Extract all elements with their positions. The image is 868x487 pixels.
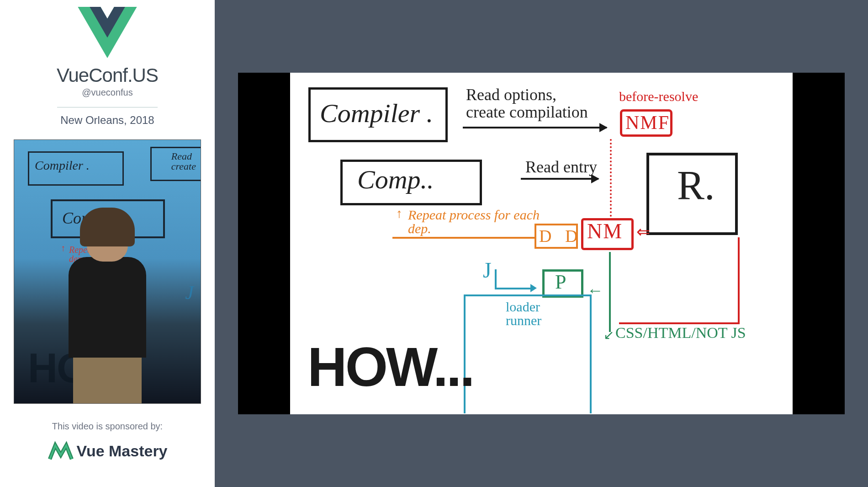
arrow-left-icon: ⇐ (636, 222, 650, 241)
slide-frame[interactable]: Compiler . Read options, create compilat… (238, 73, 845, 414)
location: New Orleans, 2018 (60, 114, 154, 127)
conf-title: VueConf.US (57, 64, 158, 86)
arrow-icon: ↙ (603, 327, 614, 343)
conf-handle: @vueconfus (82, 87, 132, 98)
text-p: P (555, 270, 566, 294)
speaker-thumbnail[interactable]: Compiler . Read create Comp.. Repeat pro… (14, 139, 201, 404)
text-nmf: NMF (625, 112, 670, 134)
sponsor-name: Vue Mastery (76, 442, 167, 460)
sponsor-logo[interactable]: Vue Mastery (47, 440, 167, 462)
thumb-text-j: J (185, 282, 194, 304)
text-how: HOW... (307, 335, 473, 398)
vue-logo-icon (78, 7, 137, 60)
speaker-figure (62, 211, 153, 403)
text-read-options: Read options, create compilation (466, 86, 588, 121)
red-line-icon (738, 237, 740, 324)
dotted-line-icon (610, 139, 612, 217)
thumb-text-compiler: Compiler . (35, 158, 90, 173)
text-j: J (483, 257, 492, 283)
text-css: CSS/HTML/NOT JS (615, 324, 746, 342)
vuemastery-icon (47, 440, 74, 462)
text-dd: D D (539, 226, 582, 246)
text-repeat: Repeat process for each dep. (408, 208, 540, 235)
text-before-resolve: before-resolve (619, 89, 698, 104)
text-loader-runner: loader runner (506, 300, 541, 327)
arrow-icon (521, 178, 598, 180)
green-line-icon (609, 252, 611, 332)
text-compiler: Compiler . (320, 98, 433, 128)
divider (57, 107, 158, 107)
text-comp: Comp.. (357, 164, 434, 195)
sidebar: VueConf.US @vueconfus New Orleans, 2018 … (0, 0, 215, 487)
text-r: R. (677, 162, 715, 209)
main-area: Compiler . Read options, create compilat… (215, 0, 868, 487)
sponsor-label: This video is sponsored by: (52, 421, 163, 432)
text-nm: NM (587, 219, 623, 243)
thumb-text-read: Read create (171, 151, 196, 171)
arrow-icon (463, 127, 607, 128)
arrow-icon (495, 269, 497, 288)
slide-content: Compiler . Read options, create compilat… (290, 73, 793, 414)
text-read-entry: Read entry (525, 157, 597, 177)
